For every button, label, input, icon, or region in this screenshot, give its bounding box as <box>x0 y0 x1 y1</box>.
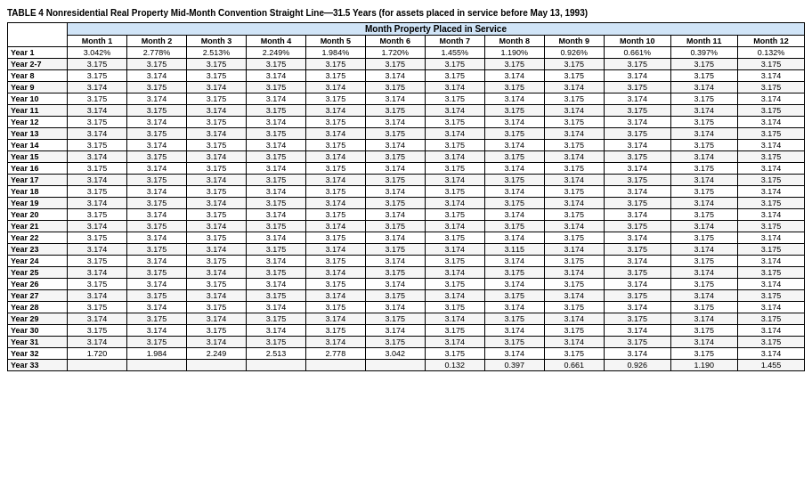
column-header: Month 10 <box>604 36 670 47</box>
table-cell: 3.174 <box>484 117 544 128</box>
table-cell: 3.174 <box>365 140 425 151</box>
table-row: Year 223.1753.1743.1753.1743.1753.1743.1… <box>8 232 805 244</box>
table-cell: 3.175 <box>670 256 737 267</box>
table-cell: 3.174 <box>670 290 737 302</box>
table-cell: 3.174 <box>737 70 804 82</box>
table-cell: 3.175 <box>186 93 246 105</box>
table-cell: 1.455 <box>737 360 804 371</box>
table-cell: 3.174 <box>305 175 365 186</box>
table-cell: 1.720% <box>365 47 425 59</box>
table-cell: 3.175 <box>484 267 544 279</box>
row-label: Year 16 <box>8 163 68 175</box>
table-cell: 3.175 <box>484 151 544 163</box>
table-cell: 3.174 <box>425 198 484 209</box>
table-cell: 3.175 <box>246 337 305 348</box>
table-cell: 3.174 <box>305 105 365 117</box>
table-cell: 3.175 <box>365 59 425 70</box>
table-cell: 3.175 <box>68 140 127 151</box>
table-cell: 3.175 <box>670 93 737 105</box>
table-cell: 2.513% <box>186 47 246 59</box>
table-cell: 3.175 <box>305 59 365 70</box>
table-row: Year 83.1753.1743.1753.1743.1753.1743.17… <box>8 70 805 82</box>
table-cell: 3.175 <box>425 59 484 70</box>
table-row: Year 213.1743.1753.1743.1753.1743.1753.1… <box>8 221 805 232</box>
column-header: Month 12 <box>737 36 804 47</box>
table-cell <box>365 360 425 371</box>
table-cell: 3.175 <box>484 313 544 325</box>
table-cell: 3.174 <box>126 256 186 267</box>
table-cell: 3.042% <box>68 47 127 59</box>
table-cell: 3.174 <box>246 117 305 128</box>
table-cell: 3.174 <box>425 313 484 325</box>
row-label: Year 9 <box>8 82 68 93</box>
table-cell: 3.174 <box>737 117 804 128</box>
table-cell: 3.174 <box>365 163 425 175</box>
table-cell: 3.174 <box>305 244 365 256</box>
table-cell: 3.174 <box>544 128 604 140</box>
table-cell: 3.174 <box>737 232 804 244</box>
table-row: Year 113.1743.1753.1743.1753.1743.1753.1… <box>8 105 805 117</box>
table-cell: 3.175 <box>246 221 305 232</box>
table-cell: 3.175 <box>246 128 305 140</box>
table-cell: 3.175 <box>425 117 484 128</box>
table-cell: 3.175 <box>365 267 425 279</box>
table-cell: 3.175 <box>604 175 670 186</box>
table-cell: 3.174 <box>670 105 737 117</box>
table-title: TABLE 4 Nonresidential Real Property Mid… <box>7 7 805 19</box>
table-cell: 0.397 <box>484 360 544 371</box>
table-cell: 3.175 <box>126 151 186 163</box>
table-cell: 1.190% <box>484 47 544 59</box>
table-cell: 3.175 <box>305 186 365 198</box>
table-cell: 3.174 <box>670 267 737 279</box>
table-cell: 3.175 <box>544 256 604 267</box>
table-row: Year 273.1743.1753.1743.1753.1743.1753.1… <box>8 290 805 302</box>
table-cell: 3.174 <box>246 186 305 198</box>
row-label: Year 19 <box>8 198 68 209</box>
table-cell: 3.174 <box>126 93 186 105</box>
table-cell <box>246 360 305 371</box>
table-cell: 3.174 <box>365 117 425 128</box>
table-cell: 3.175 <box>737 267 804 279</box>
table-cell: 3.174 <box>425 175 484 186</box>
table-cell: 0.926% <box>544 47 604 59</box>
table-cell: 3.175 <box>68 186 127 198</box>
table-cell: 3.174 <box>126 70 186 82</box>
table-cell: 3.174 <box>670 221 737 232</box>
table-cell: 3.175 <box>737 128 804 140</box>
table-cell: 2.778% <box>126 47 186 59</box>
table-cell: 3.174 <box>186 267 246 279</box>
table-cell: 1.984% <box>305 47 365 59</box>
table-cell: 3.174 <box>126 209 186 221</box>
table-row: Year 313.1743.1753.1743.1753.1743.1753.1… <box>8 337 805 348</box>
table-cell: 3.174 <box>484 325 544 337</box>
table-cell: 3.174 <box>365 93 425 105</box>
table-cell: 3.175 <box>484 59 544 70</box>
table-cell: 3.175 <box>246 267 305 279</box>
table-cell: 3.174 <box>68 198 127 209</box>
table-cell: 3.174 <box>186 82 246 93</box>
table-cell: 3.174 <box>126 279 186 290</box>
table-cell: 3.175 <box>670 325 737 337</box>
table-cell: 3.175 <box>126 198 186 209</box>
column-header: Month 3 <box>186 36 246 47</box>
table-cell: 3.174 <box>246 163 305 175</box>
table-cell: 3.175 <box>604 267 670 279</box>
table-cell: 3.174 <box>186 198 246 209</box>
table-cell: 3.174 <box>670 198 737 209</box>
table-cell: 3.175 <box>425 70 484 82</box>
row-label: Year 32 <box>8 348 68 360</box>
table-cell: 3.174 <box>484 186 544 198</box>
table-cell: 3.175 <box>246 105 305 117</box>
table-cell: 3.174 <box>737 325 804 337</box>
table-cell: 3.175 <box>68 209 127 221</box>
table-cell: 3.175 <box>68 93 127 105</box>
table-cell: 3.174 <box>737 140 804 151</box>
table-cell: 3.175 <box>365 198 425 209</box>
table-cell: 3.042 <box>365 348 425 360</box>
table-cell: 3.175 <box>670 140 737 151</box>
table-cell: 3.175 <box>604 221 670 232</box>
table-cell: 3.174 <box>126 186 186 198</box>
table-cell: 3.174 <box>305 82 365 93</box>
table-cell: 0.926 <box>604 360 670 371</box>
table-cell: 3.175 <box>484 221 544 232</box>
